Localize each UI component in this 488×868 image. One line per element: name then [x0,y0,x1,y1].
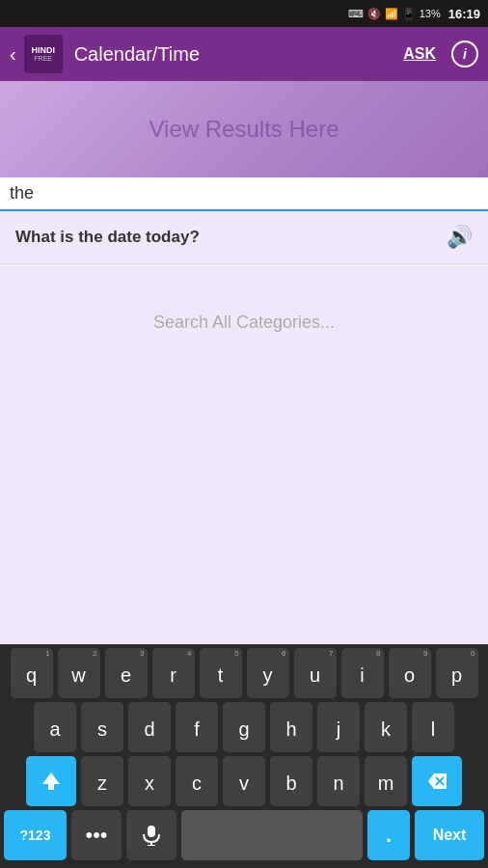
period-key[interactable]: . [367,810,410,860]
key-q[interactable]: 1q [11,648,53,698]
logo-hindi-text: HINDI [31,46,55,55]
info-button[interactable]: i [451,41,478,68]
space-key[interactable] [181,810,363,860]
app-bar: ‹ HINDI FREE Calendar/Time ASK i [0,27,488,81]
search-area [0,177,488,211]
svg-rect-3 [148,826,155,837]
keyboard-row-3: z x c v b n m [0,752,488,806]
key-j[interactable]: j [317,702,360,752]
logo-free-text: FREE [34,55,52,62]
shift-key[interactable] [26,756,76,806]
status-bar: ⌨ 🔇 📶 📱 13% 16:19 [0,0,488,27]
key-s[interactable]: s [81,702,123,752]
categories-area: Search All Categories... [0,264,488,380]
key-b[interactable]: b [270,756,312,806]
suggestion-area: What is the date today? 🔊 [0,211,488,264]
key-f[interactable]: f [176,702,218,752]
volume-mute-icon: 🔇 [367,8,381,20]
search-input[interactable] [10,183,478,203]
keyboard-row-2: a s d f g h j k l [0,698,488,752]
key-a[interactable]: a [34,702,76,752]
categories-placeholder: Search All Categories... [153,312,335,333]
keyboard-bottom-row: ?123 ••• . Next [0,806,488,868]
speaker-icon[interactable]: 🔊 [447,225,473,250]
next-key[interactable]: Next [415,810,484,860]
svg-marker-0 [42,773,60,790]
keyboard-icon: ⌨ [348,8,364,20]
status-time: 16:19 [448,7,480,21]
ask-button[interactable]: ASK [403,45,436,63]
signal-icon: 📱 [402,8,416,20]
key-l[interactable]: l [412,702,454,752]
key-h[interactable]: h [270,702,312,752]
key-t[interactable]: 5t [200,648,242,698]
key-e[interactable]: 3e [105,648,148,698]
key-n[interactable]: n [317,756,360,806]
key-v[interactable]: v [223,756,265,806]
delete-key[interactable] [412,756,462,806]
key-z[interactable]: z [81,756,123,806]
key-m[interactable]: m [365,756,407,806]
key-k[interactable]: k [365,702,407,752]
mic-key[interactable] [126,810,176,860]
key-w[interactable]: 2w [58,648,100,698]
key-p[interactable]: 0p [436,648,478,698]
key-y[interactable]: 6y [247,648,289,698]
results-area: View Results Here [0,81,488,177]
app-title: Calendar/Time [74,43,396,66]
dots-key[interactable]: ••• [71,810,122,860]
back-button[interactable]: ‹ [10,43,16,66]
battery-text: 13% [420,8,441,19]
key-g[interactable]: g [223,702,265,752]
key-i[interactable]: 8i [341,648,384,698]
key-r[interactable]: 4r [152,648,195,698]
keyboard: 1q 2w 3e 4r 5t 6y 7u 8i 9o 0p a s d f g … [0,644,488,868]
key-x[interactable]: x [128,756,171,806]
app-logo: HINDI FREE [24,35,63,73]
results-placeholder-text: View Results Here [149,116,339,143]
wifi-icon: 📶 [385,8,398,20]
key-d[interactable]: d [128,702,171,752]
key-u[interactable]: 7u [294,648,337,698]
key-c[interactable]: c [176,756,218,806]
num-sym-key[interactable]: ?123 [4,810,67,860]
keyboard-row-1: 1q 2w 3e 4r 5t 6y 7u 8i 9o 0p [0,644,488,698]
key-o[interactable]: 9o [389,648,431,698]
suggestion-text: What is the date today? [15,228,200,247]
